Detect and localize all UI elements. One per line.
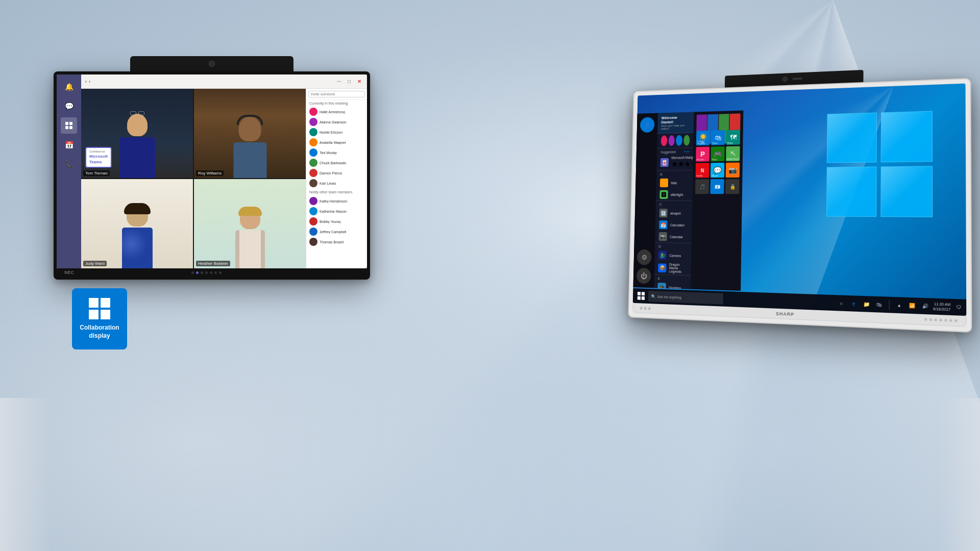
participant-6: Chuck Bartowski [306,158,367,168]
app-item-calendar[interactable]: 📅 Calculator [655,219,692,231]
certified-text: Certified for [89,150,108,154]
cortana-welcome: Welcome Daniel! How can I help you today… [657,112,694,134]
participant-3: Noelle Ericson [306,127,367,137]
btn-right-2[interactable] [644,307,647,310]
taskbar-icons: ○ e 📁 🛍 ▲ 📶 🔊 11:20 AM 8/18/2017 🗨 [836,297,964,313]
video-label-2: Roy Williams [196,170,224,176]
app-item-afterlight[interactable]: 🔆 Mail [656,177,693,189]
app-item-edmodo[interactable]: 🎓 Dropbox [654,281,691,289]
svg-rect-5 [642,292,645,295]
camera-icon: 📷 [658,232,667,241]
tile-extra-3[interactable]: 🔒 [725,179,740,194]
invite-input[interactable] [308,91,365,97]
taskbar-edge[interactable]: e [848,298,859,309]
avatar-3 [309,128,317,136]
svg-rect-7 [642,296,645,300]
avatar-12 [309,228,317,236]
date-display: 8/18/2017 [933,307,950,312]
dot-5 [210,271,212,274]
xbox-label: Xbox [712,158,717,161]
notify-label: Notify other team members [306,188,367,196]
camera-right [782,77,788,82]
avatar-1 [309,108,317,116]
netflix-label: Netflix [696,175,703,178]
brand-sharp: SHARP [776,311,794,317]
taskbar-store[interactable]: 🛍 [874,299,885,310]
titlebar-back[interactable]: ‹ [85,79,87,84]
minimize-button[interactable]: ─ [335,78,342,85]
app-item-dropbox[interactable]: 📦 Dragon Mania Legends [654,261,691,275]
taskbar-network[interactable]: 📶 [906,300,917,311]
avatar-7 [309,169,317,177]
taskbar-search[interactable]: 🔍 Ask me anything [648,291,723,305]
taskbar-time: 11:20 AM 8/18/2017 [933,302,950,312]
taskbar-explorer[interactable]: 📁 [861,298,872,310]
picsart-label: PicsArt [697,159,704,161]
store-label: Store [712,142,718,145]
video-cell-3: Judy Ward [81,179,193,268]
dot-r4 [939,319,942,322]
svg-rect-1 [69,122,72,125]
app-item-alxapet[interactable]: 🅰 afterlight [656,189,693,201]
calculator-name: alxapet [670,211,681,215]
power-button-right[interactable] [640,307,643,310]
teams-nav-activity[interactable]: 🔔 [61,79,77,95]
power-icon[interactable]: ⏻ [636,268,651,284]
store-tile[interactable]: 🛍 Store [711,130,725,145]
skype-tile[interactable]: 💬 Skype [710,163,724,178]
collab-line1: Collaboration [80,324,119,332]
video-label-3: Judy Ward [83,261,107,266]
taskbar-arrow[interactable]: ▲ [894,299,904,311]
taskbar-divider [889,300,889,310]
section-d: D [655,242,692,250]
win-pane-3 [826,166,876,217]
screen-right: 👤 ⚙ ⏻ Welcome Daniel! How can I help you… [633,84,967,316]
teams-nav-teams[interactable] [61,117,77,134]
avatar-5 [309,148,317,157]
btn-right-3[interactable] [648,307,651,310]
close-button[interactable]: ✕ [356,78,363,85]
screen-border-left: 🔔 💬 📅 📞 [54,71,370,280]
avatar-9 [309,197,317,205]
teams-nav-calls[interactable]: 📞 [61,156,77,172]
netflix-tile[interactable]: N Netflix [696,163,709,178]
xbox-tile[interactable]: 🎮 Xbox [710,146,724,161]
app-item-dragon[interactable]: 🐉 Camera [654,249,691,262]
teams-sidebar: 🔔 💬 📅 📞 [57,74,81,268]
app-item-mahjongg[interactable]: 🀄 Microsoft Mahjongg ★★★★★ [656,154,693,170]
participant-name-11: Bobby Young [320,220,340,223]
minecraft-tile[interactable]: ⛏ MINECRAFT [726,146,740,161]
mahjongg-info: Microsoft Mahjongg ★★★★★ [671,156,694,169]
dot-4 [205,271,208,274]
tile-extra-2[interactable]: 📧 [710,179,724,194]
free-label: Free [684,150,690,153]
taskbar-notification[interactable]: 🗨 [953,302,964,313]
teams-content: Tom Tiernan Certified for Microsoft Team… [81,89,367,268]
participant-name-6: Chuck Bartowski [320,161,346,165]
teams-nav-calendar[interactable]: 📅 [61,137,77,153]
app-item-camera[interactable]: 📷 Calendar [655,231,692,243]
video-grid: Tom Tiernan Certified for Microsoft Team… [81,89,306,268]
mahjongg-icon: 🀄 [660,158,669,167]
picsart-tile[interactable]: P PicsArt [696,147,709,162]
weather-tile[interactable]: ☀️ 68° Los Angeles [696,131,710,145]
participant-7: Damon Pierce [306,168,367,178]
monitor-right: 👤 ⚙ ⏻ Welcome Daniel! How can I help you… [628,65,972,333]
start-button[interactable] [634,290,647,302]
dots-row-left [191,271,222,274]
app-item-calculator[interactable]: 🔢 alxapet [655,207,692,219]
svg-rect-6 [638,296,641,300]
contact-2-avatar [668,135,675,146]
user-icon[interactable]: 👤 [640,117,655,133]
taskbar-cortana[interactable]: ○ [836,297,847,308]
tile-extra-1[interactable]: 🎵 [695,179,709,194]
maximize-button[interactable]: □ [346,78,353,85]
camera-lens-right [793,78,802,80]
titlebar-forward[interactable]: › [89,79,90,84]
teams-nav-chat[interactable]: 💬 [61,98,77,114]
taskbar-volume[interactable]: 🔊 [920,300,931,312]
suggested-label: Suggested [660,150,676,154]
settings-icon[interactable]: ⚙ [637,249,652,265]
maps-tile[interactable]: 🗺 Maps [726,130,741,145]
camera-tile[interactable]: 📷 [726,163,740,178]
